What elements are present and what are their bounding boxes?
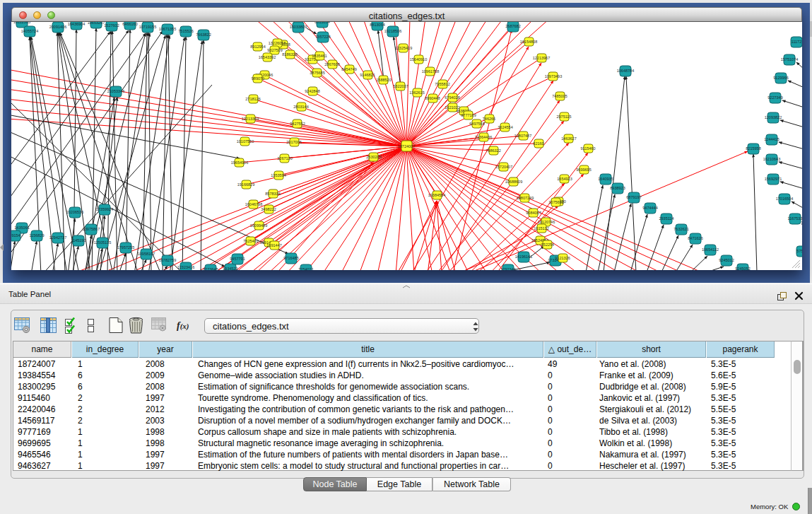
svg-text:9242848: 9242848 <box>305 89 319 93</box>
svg-text:9121326: 9121326 <box>555 256 570 260</box>
svg-text:10961758: 10961758 <box>422 69 439 74</box>
svg-text:39154: 39154 <box>11 233 20 238</box>
svg-text:15751074: 15751074 <box>781 57 798 62</box>
svg-text:10807487: 10807487 <box>514 134 531 138</box>
svg-text:8454749: 8454749 <box>341 67 356 71</box>
svg-text:1075692: 1075692 <box>548 200 563 204</box>
svg-text:9115460: 9115460 <box>580 146 595 151</box>
svg-text:3624554: 3624554 <box>498 125 512 129</box>
svg-text:8912954: 8912954 <box>250 45 265 49</box>
svg-text:10719155: 10719155 <box>139 25 156 29</box>
svg-text:7254021: 7254021 <box>298 267 313 270</box>
svg-text:16782759: 16782759 <box>159 258 176 262</box>
svg-text:9245012: 9245012 <box>719 258 734 262</box>
svg-text:14196141: 14196141 <box>515 255 532 259</box>
svg-text:8578334: 8578334 <box>265 192 280 196</box>
svg-text:17359924: 17359924 <box>96 207 113 211</box>
svg-text:12093822: 12093822 <box>765 115 782 119</box>
svg-text:8938923: 8938923 <box>610 186 625 190</box>
svg-text:1167533: 1167533 <box>787 216 802 221</box>
svg-text:3267130: 3267130 <box>277 156 292 160</box>
svg-text:20206536: 20206536 <box>66 210 83 214</box>
svg-text:9427552: 9427552 <box>290 122 305 126</box>
svg-text:746266: 746266 <box>483 117 495 121</box>
svg-text:8813054: 8813054 <box>370 23 384 27</box>
svg-text:9934521: 9934521 <box>223 267 237 270</box>
svg-text:9457791: 9457791 <box>230 257 245 261</box>
svg-text:9327509: 9327509 <box>267 48 282 52</box>
svg-text:1156829: 1156829 <box>29 233 44 238</box>
svg-text:6879197: 6879197 <box>626 195 641 199</box>
svg-text:9227349: 9227349 <box>767 95 782 100</box>
svg-text:17016504: 17016504 <box>776 197 793 201</box>
svg-text:19218506: 19218506 <box>384 29 401 33</box>
svg-text:9146821: 9146821 <box>360 73 375 77</box>
svg-text:7986322: 7986322 <box>486 148 500 153</box>
svg-text:15720407: 15720407 <box>495 165 512 169</box>
svg-text:11172: 11172 <box>792 40 801 44</box>
svg-text:9084067: 9084067 <box>526 211 541 215</box>
svg-text:7663822: 7663822 <box>196 33 211 37</box>
svg-text:2687682: 2687682 <box>505 24 520 28</box>
svg-text:7955812: 7955812 <box>435 82 449 86</box>
svg-text:9245052: 9245052 <box>735 267 750 270</box>
svg-text:2803144: 2803144 <box>293 105 308 109</box>
svg-text:16210643: 16210643 <box>763 157 780 161</box>
svg-text:12942737: 12942737 <box>49 235 66 240</box>
svg-text:15640910: 15640910 <box>410 57 427 62</box>
svg-text:6466160: 6466160 <box>122 22 137 26</box>
svg-text:8471626: 8471626 <box>688 236 702 240</box>
svg-text:10653267: 10653267 <box>88 22 105 25</box>
svg-text:21364436: 21364436 <box>475 135 492 139</box>
svg-text:13226058: 13226058 <box>269 41 286 45</box>
svg-text:8813054: 8813054 <box>314 22 329 24</box>
svg-text:16112303: 16112303 <box>13 22 30 24</box>
svg-text:18724007: 18724007 <box>398 144 415 148</box>
svg-text:5322037: 5322037 <box>393 84 408 88</box>
svg-text:19654906: 19654906 <box>231 160 248 165</box>
svg-text:9129966: 9129966 <box>773 76 788 80</box>
svg-text:21053346: 21053346 <box>107 89 124 93</box>
svg-text:12213967: 12213967 <box>533 56 550 60</box>
svg-text:12213369: 12213369 <box>242 117 259 121</box>
svg-text:1435061: 1435061 <box>14 226 29 230</box>
svg-text:62160: 62160 <box>533 141 543 146</box>
svg-text:17957255: 17957255 <box>117 245 134 250</box>
svg-text:1835461: 1835461 <box>312 54 326 58</box>
svg-text:16046798: 16046798 <box>245 202 262 206</box>
svg-text:8273645: 8273645 <box>203 267 218 270</box>
svg-text:2530205: 2530205 <box>366 155 381 159</box>
svg-text:9777169: 9777169 <box>461 113 476 117</box>
svg-text:2718126: 2718126 <box>245 97 260 101</box>
svg-text:16033809: 16033809 <box>290 25 307 29</box>
svg-text:1615132: 1615132 <box>534 226 548 230</box>
svg-text:3498222: 3498222 <box>261 207 276 211</box>
svg-text:12505135: 12505135 <box>94 240 111 245</box>
svg-text:16543392: 16543392 <box>259 55 276 59</box>
svg-text:1527602: 1527602 <box>104 23 119 28</box>
svg-text:10648784: 10648784 <box>617 69 634 73</box>
svg-text:1588520: 1588520 <box>376 78 391 82</box>
svg-text:19384554: 19384554 <box>428 193 445 197</box>
svg-text:252254: 252254 <box>541 243 554 247</box>
svg-text:57533: 57533 <box>796 249 802 253</box>
svg-text:19166829: 19166829 <box>237 182 254 187</box>
svg-text:1654923: 1654923 <box>557 177 572 181</box>
svg-text:2975115: 2975115 <box>556 115 571 119</box>
svg-text:1145190: 1145190 <box>71 238 86 243</box>
svg-text:7632621: 7632621 <box>673 227 688 231</box>
svg-text:8215958: 8215958 <box>746 146 760 151</box>
svg-text:6794028: 6794028 <box>445 95 459 100</box>
svg-text:1362615: 1362615 <box>409 90 424 95</box>
svg-text:9699695: 9699695 <box>576 168 591 172</box>
svg-text:18807249: 18807249 <box>517 196 534 200</box>
svg-text:2017006: 2017006 <box>286 140 301 144</box>
svg-text:1353594: 1353594 <box>271 173 286 177</box>
svg-text:16154808: 16154808 <box>520 40 537 44</box>
svg-text:10688609: 10688609 <box>505 180 522 184</box>
svg-text:1691447: 1691447 <box>266 243 281 247</box>
svg-text:1640935: 1640935 <box>598 177 613 181</box>
svg-text:12325419: 12325419 <box>395 46 412 50</box>
svg-text:9716485: 9716485 <box>283 256 298 260</box>
svg-text:10654112: 10654112 <box>702 247 719 252</box>
